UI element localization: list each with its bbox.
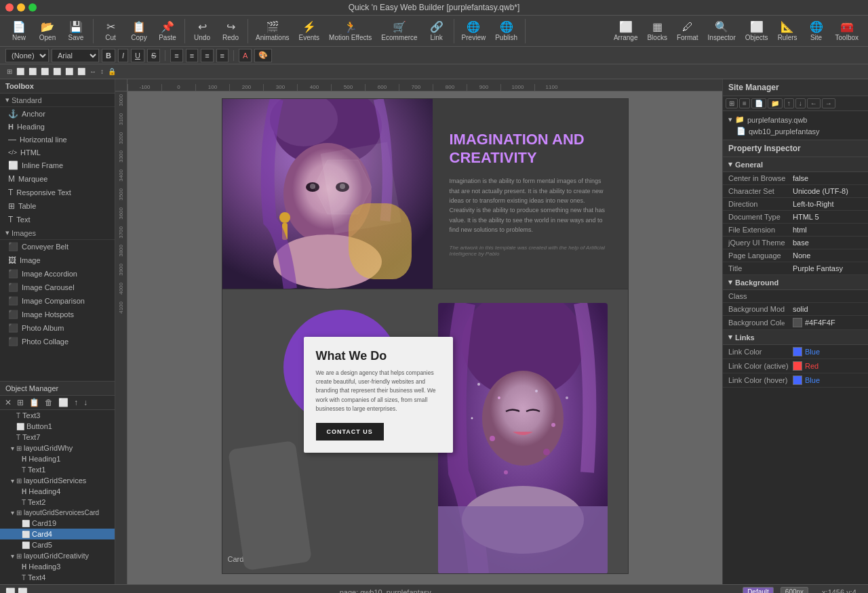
obj-down-button[interactable]: ↓: [81, 397, 90, 408]
motion-button[interactable]: 🏃 Motion Effects: [325, 18, 376, 43]
sm-btn-left[interactable]: ←: [807, 98, 821, 108]
toolbox-table[interactable]: ⊞ Table: [0, 199, 115, 213]
minimize-button[interactable]: [17, 3, 25, 12]
toolbox-marquee[interactable]: M Marquee: [0, 172, 115, 186]
align-right-button[interactable]: ≡: [201, 49, 213, 62]
default-view-button[interactable]: Default: [743, 587, 774, 593]
toolbox-conveyer-belt[interactable]: ⬛ Conveyer Belt: [0, 240, 115, 253]
objects-button[interactable]: ⬜ Objects: [741, 18, 772, 43]
obj-item-card4[interactable]: ⬜ Card4: [0, 529, 115, 539]
sm-btn-folder[interactable]: 📁: [768, 98, 783, 108]
rulers-button[interactable]: 📐 Rulers: [774, 18, 802, 43]
pi-general-header[interactable]: ▾ General: [723, 157, 868, 172]
cut-button[interactable]: ✂ Cut: [97, 18, 124, 43]
toolbox-responsive-text[interactable]: T Responsive Text: [0, 186, 115, 199]
link-active-swatch[interactable]: [793, 361, 802, 371]
sm-page-file[interactable]: 📄 qwb10_purplefantasy: [726, 125, 865, 137]
link-color-swatch[interactable]: [793, 347, 802, 356]
obj-delete-button[interactable]: 🗑: [43, 397, 55, 408]
bg-color-swatch[interactable]: [793, 318, 802, 327]
toolbox-iframe[interactable]: ⬜ Inline Frame: [0, 159, 115, 172]
link-button[interactable]: 🔗 Link: [423, 18, 450, 43]
style-select[interactable]: (None): [5, 49, 49, 62]
ruler-icon-7[interactable]: ↔: [88, 67, 98, 76]
obj-up-button[interactable]: ↑: [72, 397, 80, 408]
ruler-icon-5[interactable]: ⬜: [64, 67, 75, 76]
font-select[interactable]: Arial: [52, 49, 99, 62]
ruler-icon-4[interactable]: ⬜: [52, 67, 62, 76]
toolbox-anchor[interactable]: ⚓ Anchor: [0, 107, 115, 121]
obj-copy-button[interactable]: 📋: [27, 397, 41, 408]
bgcolor-button[interactable]: 🎨: [254, 49, 272, 62]
canvas-scroll-area[interactable]: IMAGINATION AND CREATIVITY Imagination i…: [127, 91, 722, 584]
toolbox-image-comparison[interactable]: ⬛ Image Comparison: [0, 294, 115, 308]
arrange-button[interactable]: ⬜ Arrange: [610, 18, 642, 43]
obj-item-layoutGridServoicesCards[interactable]: ▾ ⊞ layoutGridServoicesCard: [0, 508, 115, 518]
underline-button[interactable]: U: [131, 49, 144, 62]
color-button[interactable]: A: [239, 49, 252, 62]
toolbox-photo-collage[interactable]: ⬛ Photo Collage: [0, 335, 115, 348]
inspector-button[interactable]: 🔍 Inspector: [704, 18, 740, 43]
toolbox-hline[interactable]: — Horizontal line: [0, 133, 115, 146]
obj-item-text3[interactable]: T Text3: [0, 410, 115, 421]
sm-btn-list[interactable]: ≡: [739, 98, 750, 108]
obj-new-button[interactable]: ⊞: [15, 397, 26, 408]
new-button[interactable]: 📄 New: [5, 18, 33, 43]
obj-close-button[interactable]: ✕: [3, 397, 14, 408]
ruler-icon-3[interactable]: ⬜: [39, 67, 50, 76]
preview-button[interactable]: 🌐 Preview: [458, 18, 490, 43]
obj-item-layoutGridServices[interactable]: ▾ ⊞ layoutGridServices: [0, 475, 115, 486]
canvas-area[interactable]: -100 0 100 200 300 400 500 600 700 800 9…: [115, 79, 722, 584]
sm-project-file[interactable]: ▾ 📁 purplefantasy.qwb: [726, 114, 865, 125]
toolbox-image-carousel[interactable]: ⬛ Image Carousel: [0, 281, 115, 294]
copy-button[interactable]: 📋 Copy: [125, 18, 153, 43]
ruler-align-icon[interactable]: ⊞: [5, 67, 14, 76]
site-button[interactable]: 🌐 Site: [803, 18, 830, 43]
obj-item-text4[interactable]: T Text4: [0, 572, 115, 583]
toolbox-heading[interactable]: H Heading: [0, 121, 115, 133]
pi-background-header[interactable]: ▾ Background: [723, 275, 868, 290]
pi-links-header[interactable]: ▾ Links: [723, 330, 868, 345]
toolbox-image[interactable]: 🖼 Image: [0, 253, 115, 267]
format-button[interactable]: 🖊 Format: [673, 19, 703, 43]
sm-btn-grid[interactable]: ⊞: [726, 98, 738, 108]
save-button[interactable]: 💾 Save: [62, 18, 90, 43]
animations-button[interactable]: 🎬 Animations: [252, 18, 293, 43]
align-center-button[interactable]: ≡: [186, 49, 198, 62]
sm-btn-new[interactable]: 📄: [751, 98, 766, 108]
ruler-icon-8[interactable]: ↕: [99, 67, 105, 76]
ecommerce-button[interactable]: 🛒 Ecommerce: [377, 18, 421, 43]
sm-btn-up[interactable]: ↑: [784, 98, 794, 108]
toolbox-html[interactable]: </> HTML: [0, 146, 115, 159]
close-button[interactable]: [5, 3, 14, 12]
undo-button[interactable]: ↩ Undo: [189, 18, 216, 43]
ruler-icon-9[interactable]: 🔒: [106, 67, 117, 76]
align-left-button[interactable]: ≡: [170, 49, 182, 62]
events-button[interactable]: ⚡ Events: [294, 18, 323, 43]
blocks-button[interactable]: ▦ Blocks: [643, 18, 671, 43]
italic-button[interactable]: I: [118, 49, 128, 62]
ruler-icon-6[interactable]: ⬜: [76, 67, 87, 76]
obj-item-heading1[interactable]: H Heading1: [0, 453, 115, 464]
obj-item-button1[interactable]: ⬜ Button1: [0, 421, 115, 432]
link-hover-swatch[interactable]: [793, 375, 802, 385]
ruler-icon-2[interactable]: ⬜: [27, 67, 38, 76]
open-button[interactable]: 📂 Open: [34, 18, 61, 43]
paste-button[interactable]: 📌 Paste: [154, 18, 181, 43]
align-justify-button[interactable]: ≡: [216, 49, 229, 62]
obj-item-text1[interactable]: T Text1: [0, 464, 115, 475]
obj-item-layoutGridWhy[interactable]: ▾ ⊞ layoutGridWhy: [0, 443, 115, 453]
ruler-icon-1[interactable]: ⬜: [15, 67, 26, 76]
toolbox-image-accordion[interactable]: ⬛ Image Accordion: [0, 267, 115, 281]
obj-item-text5[interactable]: T Text5: [0, 583, 115, 584]
maximize-button[interactable]: [28, 3, 37, 12]
sm-btn-right[interactable]: →: [822, 98, 835, 108]
obj-item-text7[interactable]: T Text7: [0, 432, 115, 443]
obj-item-card5[interactable]: ⬜ Card5: [0, 539, 115, 550]
obj-item-card19[interactable]: ⬜ Card19: [0, 518, 115, 529]
standard-section-header[interactable]: ▾ Standard: [0, 94, 115, 107]
obj-expand-button[interactable]: ⬜: [56, 397, 71, 408]
contact-us-button[interactable]: CONTACT US: [316, 423, 384, 441]
sm-btn-down[interactable]: ↓: [795, 98, 806, 108]
images-section-header[interactable]: ▾ Images: [0, 226, 115, 240]
